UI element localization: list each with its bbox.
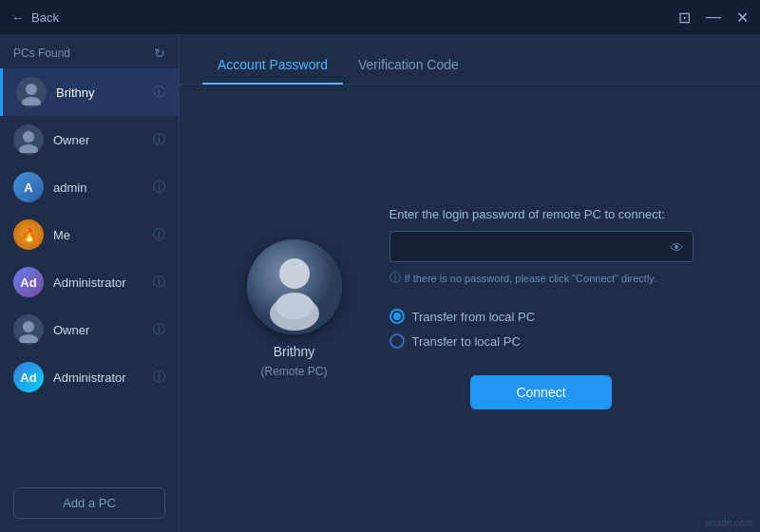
pc-name-brithny: Brithny — [56, 86, 149, 100]
pc-name-administrator2: Administrator — [53, 370, 149, 385]
radio-from-local-label: Transfer from local PC — [412, 310, 536, 324]
sidebar-item-me[interactable]: 🔥 Me ⓘ — [0, 211, 179, 258]
svg-point-1 — [22, 97, 41, 105]
minimize-button[interactable]: — — [706, 9, 721, 26]
info-icon-brithny[interactable]: ⓘ — [153, 84, 165, 101]
password-hint: ⓘ If there is no password, please click … — [390, 270, 694, 286]
pc-name-owner2: Owner — [53, 323, 149, 337]
avatar-owner2 — [13, 314, 44, 345]
sidebar-item-admin[interactable]: A admin ⓘ — [0, 163, 179, 211]
form-section: Enter the login password of remote PC to… — [390, 207, 694, 409]
avatar-me: 🔥 — [13, 219, 44, 250]
pc-name-me: Me — [53, 228, 149, 242]
sidebar-item-owner2[interactable]: Owner ⓘ — [0, 306, 179, 353]
sidebar: PCs Found ↻ Brithny ⓘ — [0, 34, 179, 532]
info-icon-administrator1[interactable]: ⓘ — [153, 274, 165, 291]
tabs: Account Password Verification Code — [180, 49, 760, 85]
sidebar-item-owner1[interactable]: Owner ⓘ — [0, 116, 179, 163]
svg-point-9 — [276, 293, 314, 319]
main-layout: PCs Found ↻ Brithny ⓘ — [0, 34, 760, 532]
user-avatar-section: Brithny (Remote PC) — [247, 239, 342, 378]
avatar-admin: A — [13, 172, 44, 202]
window-controls: ⊡ — ✕ — [678, 9, 749, 27]
user-big-avatar — [247, 239, 342, 334]
svg-point-0 — [26, 84, 37, 95]
tab-verification-code[interactable]: Verification Code — [343, 49, 474, 84]
user-name-label: Brithny — [274, 344, 315, 359]
svg-point-7 — [279, 258, 310, 289]
transfer-radio-group: Transfer from local PC Transfer to local… — [390, 309, 694, 349]
pc-name-administrator1: Administrator — [53, 276, 149, 290]
pc-name-admin: admin — [53, 180, 149, 195]
add-pc-button[interactable]: Add a PC — [13, 487, 165, 519]
radio-to-local[interactable]: Transfer to local PC — [390, 333, 694, 349]
pc-name-owner1: Owner — [53, 133, 149, 147]
info-icon-owner2[interactable]: ⓘ — [153, 321, 165, 338]
password-input[interactable] — [390, 231, 694, 262]
pcs-found-label: PCs Found — [13, 47, 70, 60]
tab-account-password[interactable]: Account Password — [202, 49, 343, 84]
back-label: Back — [31, 10, 59, 25]
restore-button[interactable]: ⊡ — [678, 9, 691, 27]
pc-list: Brithny ⓘ Owner ⓘ A admin ⓘ — [0, 68, 179, 478]
svg-point-2 — [23, 131, 34, 142]
avatar-owner1 — [13, 124, 44, 155]
info-icon-owner1[interactable]: ⓘ — [153, 131, 165, 148]
radio-from-local-circle — [390, 309, 405, 324]
password-form-label: Enter the login password of remote PC to… — [390, 207, 694, 221]
hint-text-label: If there is no password, please click "C… — [405, 273, 657, 284]
info-icon-me[interactable]: ⓘ — [153, 226, 165, 243]
avatar-administrator1: Ad — [13, 267, 44, 297]
back-arrow-icon: ← — [11, 10, 24, 25]
content-area: Account Password Verification Code — [179, 34, 760, 532]
title-bar: ← Back ⊡ — ✕ — [0, 0, 760, 34]
radio-to-local-label: Transfer to local PC — [412, 334, 521, 349]
close-button[interactable]: ✕ — [736, 9, 749, 27]
avatar-administrator2: Ad — [13, 362, 44, 392]
sidebar-item-brithny[interactable]: Brithny ⓘ — [0, 68, 179, 116]
watermark: wsxdn.com — [705, 518, 752, 528]
info-icon-administrator2[interactable]: ⓘ — [153, 369, 165, 386]
toggle-password-icon[interactable]: 👁 — [670, 238, 684, 255]
info-icon-admin[interactable]: ⓘ — [153, 179, 165, 196]
content-main: Brithny (Remote PC) Enter the login pass… — [180, 85, 760, 532]
avatar-brithny — [16, 77, 47, 107]
user-subtitle-label: (Remote PC) — [260, 365, 327, 378]
connect-button[interactable]: Connect — [470, 375, 611, 409]
sidebar-header: PCs Found ↻ — [0, 34, 179, 68]
svg-point-3 — [19, 144, 38, 153]
sidebar-item-administrator1[interactable]: Ad Administrator ⓘ — [0, 258, 179, 306]
back-button[interactable]: ← Back — [11, 10, 59, 25]
sidebar-item-administrator2[interactable]: Ad Administrator ⓘ — [0, 353, 179, 401]
radio-to-local-circle — [390, 333, 405, 349]
password-input-wrap: 👁 — [390, 231, 694, 262]
hint-info-icon: ⓘ — [390, 270, 401, 286]
refresh-icon[interactable]: ↻ — [154, 46, 165, 61]
svg-point-5 — [19, 334, 38, 343]
radio-from-local[interactable]: Transfer from local PC — [390, 309, 694, 324]
svg-point-4 — [23, 321, 34, 332]
